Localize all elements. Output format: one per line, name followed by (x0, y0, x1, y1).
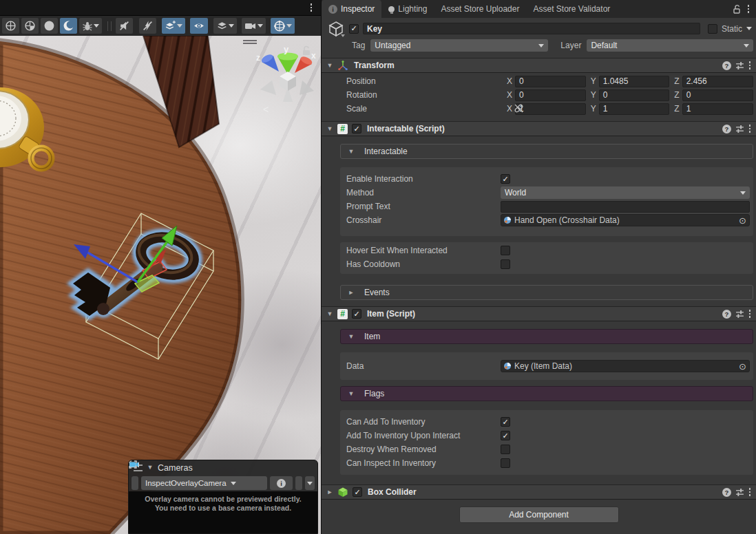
x-axis-label[interactable]: X (507, 104, 512, 114)
interactable-enabled-checkbox[interactable]: ✓ (352, 124, 361, 134)
presets-icon[interactable] (735, 125, 744, 134)
static-options-caret[interactable] (746, 27, 752, 30)
section-foldout[interactable]: ▼ (348, 391, 355, 397)
effects-disabled-toggle-button[interactable] (139, 18, 156, 34)
presets-icon[interactable] (735, 310, 744, 319)
item-section-band[interactable]: ▼ Item (340, 329, 753, 344)
can-inspect-in-inventory-checkbox[interactable]: ✓ (501, 458, 510, 468)
section-foldout[interactable]: ▼ (348, 334, 355, 340)
view-eye-toggle-button[interactable] (190, 18, 208, 34)
scale-z-field[interactable]: 1 (682, 103, 753, 115)
rotation-x-field[interactable]: 0 (515, 89, 586, 101)
position-x-field[interactable]: 0 (515, 76, 586, 87)
transform-header[interactable]: ▼ Transform ? (322, 58, 756, 73)
gameobject-active-checkbox[interactable]: ✓ (349, 24, 359, 34)
scale-x-field[interactable]: 1 (515, 103, 586, 115)
gameobject-cube-icon[interactable] (327, 21, 345, 37)
z-axis-label[interactable]: Z (674, 104, 679, 114)
wireframe-shading-button[interactable] (2, 18, 19, 34)
scene-visibility-dropdown[interactable] (162, 18, 185, 34)
unlock-icon[interactable] (733, 4, 741, 14)
tab-asset-store-uploader[interactable]: Asset Store Uploader (434, 0, 526, 18)
add-to-inventory-upon-interact-checkbox[interactable]: ✓ (501, 431, 510, 440)
object-picker-icon[interactable]: ⊙ (739, 362, 747, 371)
item-foldout[interactable]: ▼ (326, 311, 333, 317)
help-icon[interactable]: ? (722, 61, 731, 70)
interactable-foldout[interactable]: ▼ (326, 126, 333, 132)
scale-y-field[interactable]: 1 (599, 103, 670, 115)
scene-canvas[interactable]: y z x < ▼ Cameras (0, 36, 321, 534)
inspector-kebab-icon[interactable] (747, 4, 750, 14)
hover-exit-checkbox[interactable]: ✓ (501, 246, 510, 255)
rotation-z-field[interactable]: 0 (682, 89, 753, 101)
cameras-overlay-header[interactable]: ▼ Cameras (129, 460, 317, 475)
method-dropdown[interactable]: World (501, 186, 750, 199)
can-add-to-inventory-checkbox[interactable]: ✓ (501, 417, 510, 427)
tab-inspector[interactable]: i Inspector (322, 0, 381, 18)
camera-frame-button[interactable] (295, 476, 302, 490)
z-axis-label[interactable]: Z (674, 76, 679, 86)
z-axis-label[interactable]: Z (674, 90, 679, 100)
y-axis-label[interactable]: Y (591, 76, 596, 86)
destroy-when-removed-checkbox[interactable]: ✓ (501, 445, 510, 454)
y-axis-label[interactable]: Y (591, 104, 596, 114)
box-collider-foldout[interactable]: ► (326, 489, 333, 495)
gameobject-name-field[interactable]: Key (363, 23, 700, 34)
gizmo-collapse-chevron[interactable]: < (263, 104, 269, 115)
presets-icon[interactable] (735, 488, 744, 497)
box-collider-kebab-icon[interactable] (748, 487, 751, 497)
crosshair-object-field[interactable]: Hand Open (Crosshair Data) ⊙ (501, 214, 750, 226)
help-icon[interactable]: ? (722, 125, 731, 134)
box-collider-enabled-checkbox[interactable]: ✓ (353, 487, 362, 497)
cameras-dropdown[interactable] (242, 18, 266, 34)
gizmo-lock-icon[interactable] (303, 46, 310, 55)
help-icon[interactable]: ? (722, 310, 731, 319)
tab-asset-store-validator[interactable]: Asset Store Validator (526, 0, 617, 18)
flags-section-band[interactable]: ▼ Flags (340, 386, 753, 401)
layer-dropdown[interactable]: Default (587, 39, 753, 52)
section-foldout[interactable]: ▼ (348, 149, 355, 155)
add-component-button[interactable]: Add Component (459, 506, 619, 523)
constrain-proportions-icon[interactable] (514, 103, 524, 114)
overlay-foldout[interactable]: ▼ (147, 464, 154, 471)
tag-dropdown[interactable]: Untagged (370, 39, 548, 52)
rotation-y-field[interactable]: 0 (599, 89, 670, 101)
events-band[interactable]: ► Events (340, 285, 753, 300)
interactable-script-header[interactable]: ▼ # ✓ Interactable (Script) ? (322, 121, 756, 136)
x-axis-label[interactable]: X (507, 90, 512, 100)
item-kebab-icon[interactable] (748, 309, 751, 319)
orientation-gizmo[interactable]: y z x < (256, 44, 316, 115)
audio-muted-toggle-button[interactable] (116, 18, 133, 34)
shaded-shading-button[interactable] (41, 18, 58, 34)
data-object-field[interactable]: Key (Item Data) ⊙ (501, 360, 750, 372)
lit-shading-button[interactable] (60, 18, 77, 34)
events-foldout[interactable]: ► (348, 290, 355, 296)
transform-foldout[interactable]: ▼ (326, 63, 333, 69)
prompt-text-field[interactable] (501, 201, 750, 213)
interactable-section-band[interactable]: ▼ Interactable (340, 144, 753, 159)
tab-lighting[interactable]: Lighting (381, 0, 434, 18)
object-picker-icon[interactable]: ⊙ (739, 216, 747, 225)
position-y-field[interactable]: 1.0485 (599, 76, 670, 87)
overlay-drag-handle[interactable] (243, 40, 257, 45)
item-enabled-checkbox[interactable]: ✓ (352, 309, 361, 319)
presets-icon[interactable] (735, 61, 744, 70)
camera-info-button[interactable]: i (270, 476, 293, 490)
layers-dropdown[interactable] (213, 18, 237, 34)
scene-menu-kebab-icon[interactable] (310, 3, 313, 12)
debug-draw-mode-dropdown[interactable] (79, 18, 102, 34)
box-collider-header[interactable]: ► ✓ Box Collider ? (322, 484, 756, 500)
shaded-wireframe-shading-button[interactable] (21, 18, 39, 34)
static-checkbox[interactable]: ✓ (708, 24, 717, 34)
item-script-header[interactable]: ▼ # ✓ Item (Script) ? (322, 306, 756, 321)
help-icon[interactable]: ? (722, 488, 731, 497)
interactable-kebab-icon[interactable] (748, 124, 751, 134)
position-z-field[interactable]: 2.456 (682, 76, 753, 87)
enable-interaction-checkbox[interactable]: ✓ (501, 174, 510, 184)
camera-selector-dropdown[interactable]: InspectOverlayCamera (141, 476, 267, 490)
camera-type-button[interactable] (132, 476, 138, 490)
gizmos-dropdown[interactable] (271, 18, 295, 34)
has-cooldown-checkbox[interactable]: ✓ (501, 259, 510, 269)
camera-frame-options-button[interactable] (305, 476, 315, 490)
transform-kebab-icon[interactable] (748, 61, 751, 70)
